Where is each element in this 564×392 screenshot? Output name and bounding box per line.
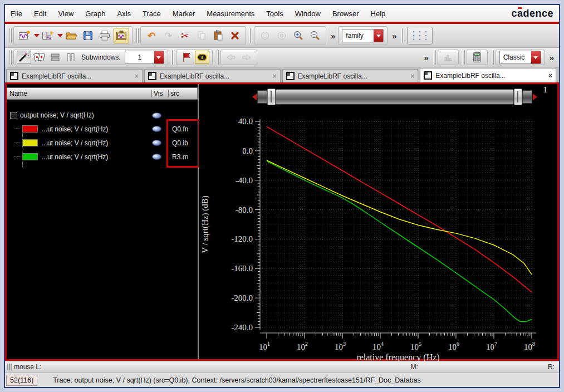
vertical-split-button[interactable] <box>63 51 78 64</box>
toolbar-overflow-chevron[interactable]: » <box>392 31 396 41</box>
horizontal-split-button[interactable] <box>48 51 62 64</box>
cut-button[interactable]: ✂ <box>177 28 193 43</box>
dock-grid-button[interactable] <box>407 27 433 45</box>
trace-output-noise-V-sqrt-Hz-src-Q0.fn-[interactable] <box>267 126 532 292</box>
range-handle-right[interactable] <box>514 89 522 105</box>
toolbar-grip[interactable] <box>9 28 12 43</box>
tree-branch-line <box>14 129 22 129</box>
toolbar-overflow-chevron[interactable]: » <box>331 31 335 41</box>
histogram-button[interactable] <box>441 51 455 64</box>
menu-trace[interactable]: Trace <box>143 9 161 18</box>
menu-axis[interactable]: Axis <box>117 9 131 18</box>
menu-help[interactable]: Help <box>371 9 386 18</box>
scroll-right-arrow-icon[interactable] <box>533 94 537 100</box>
noise-plot[interactable]: 40.00.0-40.0-80.0-120.0-160.0-200.0-240.… <box>199 84 558 364</box>
family-dropdown[interactable]: family <box>342 29 384 42</box>
subwindows-spinner[interactable]: 1 <box>125 51 164 64</box>
pan-button[interactable] <box>257 28 273 43</box>
paste-button[interactable] <box>210 28 226 43</box>
calculator-button[interactable] <box>470 51 484 64</box>
label-info-button[interactable] <box>195 51 209 64</box>
svg-text:104: 104 <box>372 341 384 351</box>
toolbar-overflow-chevron[interactable]: » <box>550 53 554 62</box>
delete-button[interactable] <box>227 28 243 43</box>
previous-view-button[interactable] <box>224 51 238 64</box>
menu-tools[interactable]: Tools <box>266 9 283 18</box>
tab-close-icon[interactable]: × <box>135 72 139 80</box>
browser-cards-button[interactable] <box>32 51 47 64</box>
toolbar-grip[interactable] <box>171 50 174 65</box>
tree-column-src[interactable]: src <box>168 90 197 97</box>
collapse-expander-icon[interactable]: − <box>10 112 17 119</box>
tab-2[interactable]: ExampleLibRF oscilla...× <box>144 69 281 82</box>
message-status-bar: 52(116) Trace: output noise; V / sqrt(Hz… <box>5 373 559 387</box>
tab-4[interactable]: ExampleLibRF oscilla...× <box>420 68 556 82</box>
x-range-scrollbar[interactable] <box>252 89 537 105</box>
new-subwindow-dropdown-arrow-icon[interactable] <box>57 34 63 37</box>
subwindows-dropdown-button[interactable] <box>154 51 164 63</box>
visibility-eye-icon[interactable] <box>152 112 161 119</box>
toolbar-grip[interactable] <box>249 28 252 43</box>
new-graph-button[interactable] <box>17 28 32 43</box>
menu-measurements[interactable]: Measurements <box>207 9 254 18</box>
style-dropdown-button[interactable] <box>531 51 541 63</box>
new-subwindow-button[interactable] <box>40 28 56 43</box>
menu-browser[interactable]: Browser <box>332 9 359 18</box>
zoom-in-button[interactable] <box>291 28 306 43</box>
copy-button[interactable] <box>194 28 209 43</box>
toolbar-grip[interactable] <box>136 28 139 43</box>
statusbar-grip[interactable] <box>7 364 12 370</box>
visibility-eye-icon[interactable] <box>152 126 161 132</box>
range-bar[interactable] <box>276 89 514 105</box>
menu-graph[interactable]: Graph <box>85 9 105 18</box>
tab-close-icon[interactable]: × <box>272 72 276 80</box>
menu-view[interactable]: View <box>58 9 73 18</box>
tab-close-icon[interactable]: × <box>548 72 552 80</box>
trace-label: ...ut noise; V / sqrt(Hz) <box>42 153 152 161</box>
next-view-button[interactable] <box>239 51 254 64</box>
toolbar-grip[interactable] <box>433 50 436 65</box>
menu-edit[interactable]: Edit <box>34 9 46 18</box>
tree-trace-row[interactable]: ...ut noise; V / sqrt(Hz)Q0.ib <box>7 136 198 150</box>
save-button[interactable] <box>80 28 96 43</box>
visibility-eye-icon[interactable] <box>152 140 161 146</box>
tab-close-icon[interactable]: × <box>410 72 414 80</box>
visibility-eye-icon[interactable] <box>152 154 161 160</box>
tree-column-vis[interactable]: Vis <box>151 90 168 97</box>
menu-file[interactable]: File <box>11 9 22 18</box>
scroll-left-arrow-icon[interactable] <box>252 94 257 100</box>
menu-window[interactable]: Window <box>295 9 321 18</box>
toolbar-grip[interactable] <box>491 50 494 65</box>
tab-3[interactable]: ExampleLibRF oscilla...× <box>282 69 419 82</box>
toolbar-grip[interactable] <box>216 50 219 65</box>
redo-button[interactable]: ↷ <box>160 28 176 43</box>
wand-mode-button[interactable] <box>17 51 31 64</box>
tree-header[interactable]: Name Vis src <box>7 87 198 100</box>
toolbar-grip[interactable] <box>9 50 12 65</box>
toolbar-grip[interactable] <box>462 50 465 65</box>
fit-button[interactable] <box>274 28 290 43</box>
zoom-out-button[interactable] <box>307 28 323 43</box>
print-button[interactable] <box>97 28 112 43</box>
toolbar-overflow-chevron[interactable]: » <box>424 53 428 62</box>
mouse-middle-status: M: <box>281 363 548 371</box>
family-dropdown-value: family <box>342 32 374 40</box>
new-graph-dropdown-arrow-icon[interactable] <box>34 34 40 37</box>
copy-image-to-clipboard-button[interactable] <box>114 28 129 43</box>
undo-button[interactable]: ↶ <box>144 28 159 43</box>
tree-trace-row[interactable]: ...ut noise; V / sqrt(Hz)R3.rn <box>7 150 198 164</box>
toolbar-grip[interactable] <box>401 28 404 43</box>
subwindows-value: 1 <box>125 53 154 61</box>
tree-column-name[interactable]: Name <box>7 90 151 97</box>
tree-trace-row[interactable]: ...ut noise; V / sqrt(Hz)Q0.fn <box>7 122 198 136</box>
range-handle-left[interactable] <box>267 89 276 105</box>
menu-marker[interactable]: Marker <box>173 9 195 18</box>
flag-button[interactable] <box>179 51 194 64</box>
main-toolbar: ↶ ↷ ✂ <box>5 24 559 48</box>
subwindows-label: Subwindows: <box>81 53 121 61</box>
family-dropdown-button[interactable] <box>374 30 383 42</box>
open-button[interactable] <box>63 28 79 43</box>
tree-root-row[interactable]: − output noise; V / sqrt(Hz) <box>7 109 198 122</box>
style-dropdown[interactable]: Classic <box>499 51 541 64</box>
tab-1[interactable]: ExampleLibRF oscilla...× <box>6 69 143 82</box>
